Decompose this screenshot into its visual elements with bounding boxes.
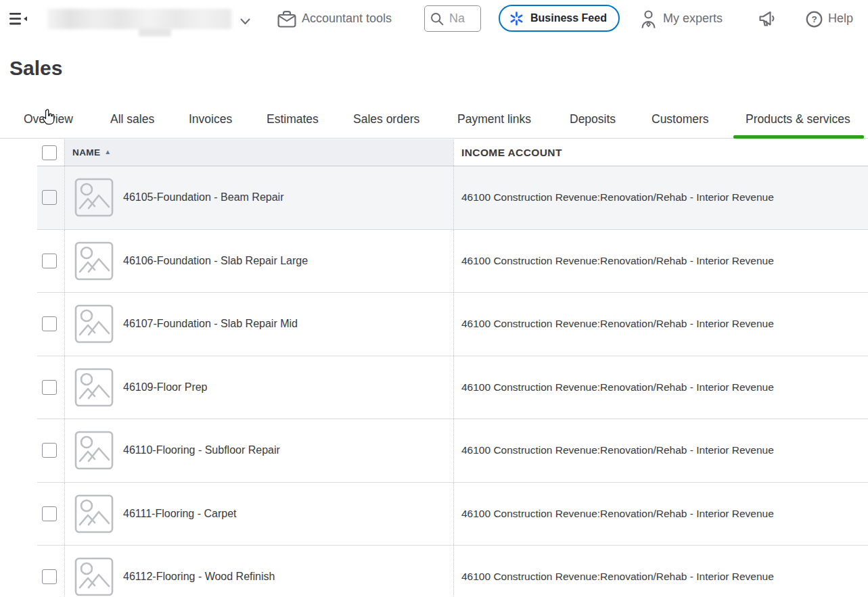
product-name: 46111-Flooring - Carpet <box>123 508 237 520</box>
income-account: 46100 Construction Revenue:Renovation/Re… <box>454 444 774 456</box>
quickbooks-sales-screen: Accountant tools Na <box>0 0 868 597</box>
row-checkbox[interactable] <box>42 506 57 521</box>
person-icon[interactable] <box>640 9 657 32</box>
sidebar-collapse-icon[interactable] <box>9 11 28 29</box>
row-checkbox[interactable] <box>42 380 57 395</box>
chevron-down-icon[interactable] <box>240 16 250 28</box>
tab-estimates[interactable]: Estimates <box>267 112 319 126</box>
top-navigation-bar: Accountant tools Na <box>0 0 868 38</box>
product-name: 46106-Foundation - Slab Repair Large <box>123 255 308 267</box>
tab-deposits[interactable]: Deposits <box>570 112 616 126</box>
image-placeholder-icon <box>74 177 114 218</box>
table-row[interactable]: 46111-Flooring - Carpet 46100 Constructi… <box>37 483 868 546</box>
product-name: 46109-Floor Prep <box>123 381 208 393</box>
page-title: Sales <box>9 57 62 80</box>
search-icon <box>430 12 444 26</box>
image-placeholder-icon <box>74 430 114 471</box>
table-row[interactable]: 46112-Flooring - Wood Refinish 46100 Con… <box>37 546 868 597</box>
name-column-header[interactable]: NAME ▲ <box>64 139 453 166</box>
products-services-table: NAME ▲ INCOME ACCOUNT 46105-Foundation -… <box>37 139 868 597</box>
tab-sales-orders[interactable]: Sales orders <box>353 112 419 126</box>
row-checkbox[interactable] <box>42 254 57 268</box>
sort-ascending-icon: ▲ <box>104 148 111 156</box>
income-account: 46100 Construction Revenue:Renovation/Re… <box>454 255 774 267</box>
help-button[interactable]: Help <box>828 11 853 26</box>
product-name: 46112-Flooring - Wood Refinish <box>123 571 275 583</box>
table-row[interactable]: 46105-Foundation - Beam Repair 46100 Con… <box>37 166 868 230</box>
image-placeholder-icon <box>74 494 114 534</box>
tab-payment-links[interactable]: Payment links <box>457 112 531 126</box>
company-name-redacted[interactable] <box>47 9 231 29</box>
business-feed-button[interactable]: Business Feed <box>499 5 620 32</box>
image-placeholder-icon <box>74 556 114 597</box>
row-checkbox[interactable] <box>42 190 57 205</box>
table-header-row: NAME ▲ INCOME ACCOUNT <box>37 139 868 166</box>
row-checkbox[interactable] <box>42 569 57 584</box>
company-name-redacted-fragment <box>139 28 171 37</box>
income-account-column-header[interactable]: INCOME ACCOUNT <box>453 139 868 166</box>
product-name: 46105-Foundation - Beam Repair <box>123 191 283 204</box>
search-input[interactable]: Na <box>424 5 481 32</box>
accountant-tools-button[interactable]: Accountant tools <box>302 11 392 26</box>
tab-all-sales[interactable]: All sales <box>110 112 154 126</box>
income-account: 46100 Construction Revenue:Renovation/Re… <box>454 318 774 330</box>
my-experts-button[interactable]: My experts <box>663 11 723 26</box>
row-checkbox[interactable] <box>42 443 57 458</box>
tab-products-services[interactable]: Products & services <box>746 112 850 126</box>
search-placeholder: Na <box>449 11 465 26</box>
help-circle-icon[interactable]: ? <box>806 11 823 30</box>
product-name: 46107-Foundation - Slab Repair Mid <box>123 318 298 330</box>
image-placeholder-icon <box>74 304 114 344</box>
image-placeholder-icon <box>74 367 114 408</box>
image-placeholder-icon <box>74 241 114 281</box>
row-checkbox[interactable] <box>42 316 57 331</box>
table-row[interactable]: 46106-Foundation - Slab Repair Large 461… <box>37 230 868 293</box>
tab-customers[interactable]: Customers <box>652 112 709 126</box>
product-name: 46110-Flooring - Subfloor Repair <box>123 444 280 456</box>
business-feed-label: Business Feed <box>530 12 607 24</box>
income-account: 46100 Construction Revenue:Renovation/Re… <box>454 571 774 583</box>
megaphone-icon[interactable] <box>758 11 777 30</box>
tab-invoices[interactable]: Invoices <box>189 112 232 126</box>
select-all-checkbox[interactable] <box>42 145 57 160</box>
tab-overview[interactable]: Overview <box>24 112 73 126</box>
sales-tab-bar: Overview All sales Invoices Estimates Sa… <box>0 107 868 139</box>
spark-icon <box>509 11 524 26</box>
table-row[interactable]: 46107-Foundation - Slab Repair Mid 46100… <box>37 293 868 356</box>
briefcase-icon[interactable] <box>277 10 296 31</box>
table-row[interactable]: 46110-Flooring - Subfloor Repair 46100 C… <box>37 419 868 483</box>
income-account: 46100 Construction Revenue:Renovation/Re… <box>454 191 774 204</box>
svg-text:?: ? <box>811 14 817 24</box>
income-account: 46100 Construction Revenue:Renovation/Re… <box>454 381 774 393</box>
table-row[interactable]: 46109-Floor Prep 46100 Construction Reve… <box>37 356 868 420</box>
income-account: 46100 Construction Revenue:Renovation/Re… <box>454 508 774 520</box>
